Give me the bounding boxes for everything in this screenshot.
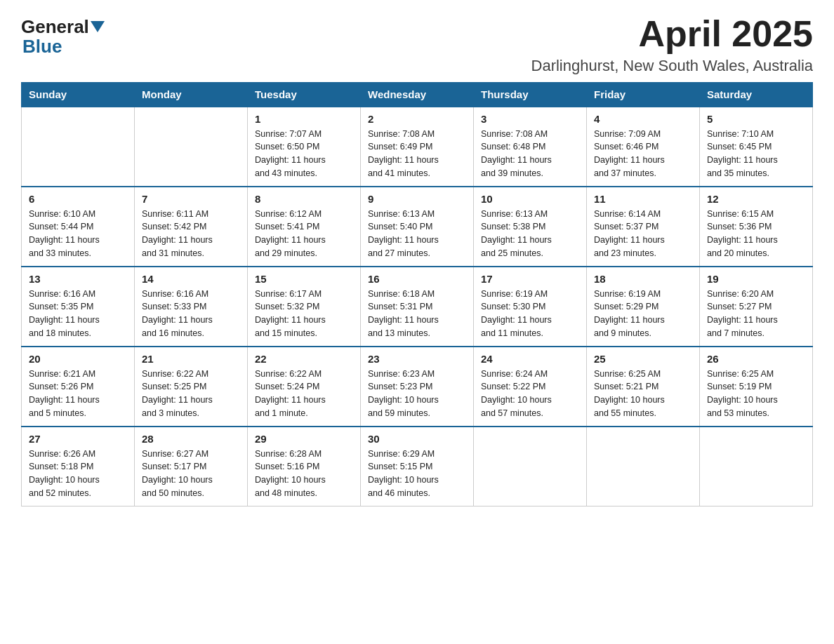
day-info: Sunrise: 6:18 AM Sunset: 5:31 PM Dayligh… <box>368 288 466 340</box>
calendar-cell: 21Sunrise: 6:22 AM Sunset: 5:25 PM Dayli… <box>135 347 248 427</box>
logo-blue: Blue <box>21 36 62 58</box>
calendar-week-5: 27Sunrise: 6:26 AM Sunset: 5:18 PM Dayli… <box>22 427 813 507</box>
calendar-week-2: 6Sunrise: 6:10 AM Sunset: 5:44 PM Daylig… <box>22 187 813 267</box>
day-info: Sunrise: 6:15 AM Sunset: 5:36 PM Dayligh… <box>707 208 805 260</box>
calendar-cell: 2Sunrise: 7:08 AM Sunset: 6:49 PM Daylig… <box>361 107 474 187</box>
day-info: Sunrise: 6:20 AM Sunset: 5:27 PM Dayligh… <box>707 288 805 340</box>
day-info: Sunrise: 6:11 AM Sunset: 5:42 PM Dayligh… <box>142 208 240 260</box>
day-number: 23 <box>368 353 466 365</box>
month-title: April 2025 <box>531 14 813 54</box>
day-number: 22 <box>255 353 353 365</box>
calendar-cell: 28Sunrise: 6:27 AM Sunset: 5:17 PM Dayli… <box>135 427 248 507</box>
day-number: 6 <box>29 193 127 205</box>
col-header-friday: Friday <box>587 83 700 107</box>
calendar-cell: 25Sunrise: 6:25 AM Sunset: 5:21 PM Dayli… <box>587 347 700 427</box>
day-info: Sunrise: 6:13 AM Sunset: 5:40 PM Dayligh… <box>368 208 466 260</box>
day-number: 11 <box>594 193 692 205</box>
calendar-cell: 3Sunrise: 7:08 AM Sunset: 6:48 PM Daylig… <box>474 107 587 187</box>
calendar-cell: 6Sunrise: 6:10 AM Sunset: 5:44 PM Daylig… <box>22 187 135 267</box>
calendar-cell <box>22 107 135 187</box>
day-info: Sunrise: 7:08 AM Sunset: 6:48 PM Dayligh… <box>481 128 579 180</box>
day-number: 12 <box>707 193 805 205</box>
day-info: Sunrise: 6:23 AM Sunset: 5:23 PM Dayligh… <box>368 368 466 420</box>
calendar-cell: 10Sunrise: 6:13 AM Sunset: 5:38 PM Dayli… <box>474 187 587 267</box>
calendar-cell: 30Sunrise: 6:29 AM Sunset: 5:15 PM Dayli… <box>361 427 474 507</box>
day-info: Sunrise: 7:09 AM Sunset: 6:46 PM Dayligh… <box>594 128 692 180</box>
day-number: 21 <box>142 353 240 365</box>
day-number: 8 <box>255 193 353 205</box>
day-info: Sunrise: 6:22 AM Sunset: 5:24 PM Dayligh… <box>255 368 353 420</box>
day-number: 27 <box>29 433 127 445</box>
calendar-week-4: 20Sunrise: 6:21 AM Sunset: 5:26 PM Dayli… <box>22 347 813 427</box>
day-info: Sunrise: 6:25 AM Sunset: 5:19 PM Dayligh… <box>707 368 805 420</box>
col-header-tuesday: Tuesday <box>248 83 361 107</box>
calendar-cell: 4Sunrise: 7:09 AM Sunset: 6:46 PM Daylig… <box>587 107 700 187</box>
calendar-cell: 18Sunrise: 6:19 AM Sunset: 5:29 PM Dayli… <box>587 267 700 347</box>
day-number: 19 <box>707 273 805 285</box>
col-header-wednesday: Wednesday <box>361 83 474 107</box>
day-number: 25 <box>594 353 692 365</box>
col-header-sunday: Sunday <box>22 83 135 107</box>
calendar-cell <box>474 427 587 507</box>
calendar-cell: 7Sunrise: 6:11 AM Sunset: 5:42 PM Daylig… <box>135 187 248 267</box>
logo-general: General <box>21 18 89 36</box>
calendar-cell: 11Sunrise: 6:14 AM Sunset: 5:37 PM Dayli… <box>587 187 700 267</box>
col-header-thursday: Thursday <box>474 83 587 107</box>
calendar-cell: 8Sunrise: 6:12 AM Sunset: 5:41 PM Daylig… <box>248 187 361 267</box>
calendar-cell: 15Sunrise: 6:17 AM Sunset: 5:32 PM Dayli… <box>248 267 361 347</box>
day-info: Sunrise: 6:10 AM Sunset: 5:44 PM Dayligh… <box>29 208 127 260</box>
calendar-cell: 1Sunrise: 7:07 AM Sunset: 6:50 PM Daylig… <box>248 107 361 187</box>
day-number: 13 <box>29 273 127 285</box>
title-block: April 2025 Darlinghurst, New South Wales… <box>531 14 813 75</box>
calendar-week-3: 13Sunrise: 6:16 AM Sunset: 5:35 PM Dayli… <box>22 267 813 347</box>
logo: General Blue <box>21 14 106 58</box>
calendar-cell: 24Sunrise: 6:24 AM Sunset: 5:22 PM Dayli… <box>474 347 587 427</box>
calendar-header-row: SundayMondayTuesdayWednesdayThursdayFrid… <box>22 83 813 107</box>
day-number: 1 <box>255 113 353 125</box>
day-info: Sunrise: 6:16 AM Sunset: 5:35 PM Dayligh… <box>29 288 127 340</box>
day-number: 26 <box>707 353 805 365</box>
day-info: Sunrise: 6:14 AM Sunset: 5:37 PM Dayligh… <box>594 208 692 260</box>
col-header-saturday: Saturday <box>700 83 813 107</box>
day-info: Sunrise: 6:13 AM Sunset: 5:38 PM Dayligh… <box>481 208 579 260</box>
day-info: Sunrise: 6:19 AM Sunset: 5:29 PM Dayligh… <box>594 288 692 340</box>
page-header: General Blue April 2025 Darlinghurst, Ne… <box>21 14 813 75</box>
location-title: Darlinghurst, New South Wales, Australia <box>531 57 813 75</box>
day-info: Sunrise: 6:26 AM Sunset: 5:18 PM Dayligh… <box>29 448 127 500</box>
calendar-table: SundayMondayTuesdayWednesdayThursdayFrid… <box>21 82 813 507</box>
day-number: 20 <box>29 353 127 365</box>
calendar-cell <box>587 427 700 507</box>
day-number: 3 <box>481 113 579 125</box>
day-info: Sunrise: 6:19 AM Sunset: 5:30 PM Dayligh… <box>481 288 579 340</box>
day-number: 29 <box>255 433 353 445</box>
day-number: 17 <box>481 273 579 285</box>
day-info: Sunrise: 7:10 AM Sunset: 6:45 PM Dayligh… <box>707 128 805 180</box>
day-info: Sunrise: 6:27 AM Sunset: 5:17 PM Dayligh… <box>142 448 240 500</box>
day-number: 18 <box>594 273 692 285</box>
day-number: 28 <box>142 433 240 445</box>
calendar-cell: 12Sunrise: 6:15 AM Sunset: 5:36 PM Dayli… <box>700 187 813 267</box>
day-info: Sunrise: 6:28 AM Sunset: 5:16 PM Dayligh… <box>255 448 353 500</box>
calendar-cell: 16Sunrise: 6:18 AM Sunset: 5:31 PM Dayli… <box>361 267 474 347</box>
day-info: Sunrise: 6:12 AM Sunset: 5:41 PM Dayligh… <box>255 208 353 260</box>
calendar-cell <box>135 107 248 187</box>
calendar-cell: 22Sunrise: 6:22 AM Sunset: 5:24 PM Dayli… <box>248 347 361 427</box>
logo-triangle-icon <box>91 21 105 32</box>
calendar-cell: 29Sunrise: 6:28 AM Sunset: 5:16 PM Dayli… <box>248 427 361 507</box>
calendar-cell <box>700 427 813 507</box>
calendar-cell: 5Sunrise: 7:10 AM Sunset: 6:45 PM Daylig… <box>700 107 813 187</box>
day-number: 9 <box>368 193 466 205</box>
day-info: Sunrise: 6:16 AM Sunset: 5:33 PM Dayligh… <box>142 288 240 340</box>
day-number: 16 <box>368 273 466 285</box>
logo-text: General <box>21 18 106 36</box>
day-number: 10 <box>481 193 579 205</box>
calendar-cell: 13Sunrise: 6:16 AM Sunset: 5:35 PM Dayli… <box>22 267 135 347</box>
calendar-week-1: 1Sunrise: 7:07 AM Sunset: 6:50 PM Daylig… <box>22 107 813 187</box>
calendar-cell: 17Sunrise: 6:19 AM Sunset: 5:30 PM Dayli… <box>474 267 587 347</box>
day-info: Sunrise: 6:21 AM Sunset: 5:26 PM Dayligh… <box>29 368 127 420</box>
day-info: Sunrise: 6:29 AM Sunset: 5:15 PM Dayligh… <box>368 448 466 500</box>
day-number: 15 <box>255 273 353 285</box>
day-number: 4 <box>594 113 692 125</box>
calendar-cell: 27Sunrise: 6:26 AM Sunset: 5:18 PM Dayli… <box>22 427 135 507</box>
day-number: 14 <box>142 273 240 285</box>
